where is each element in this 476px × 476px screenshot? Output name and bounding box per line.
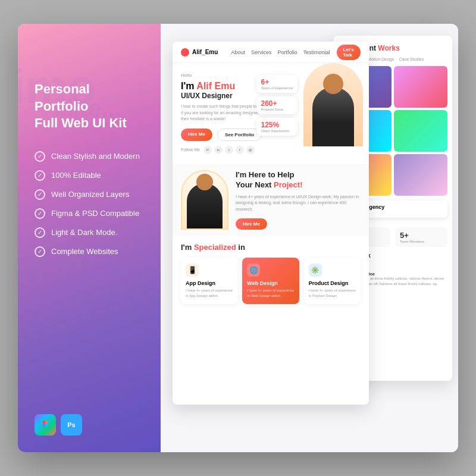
- about-desc: I have 4+ years of experience in UI/UX D…: [236, 194, 361, 213]
- about-hire-button[interactable]: Hire Me: [236, 218, 267, 230]
- check-icon: [35, 208, 45, 219]
- preview-area: Alif_Emu About Services Portfolio Testim…: [161, 24, 458, 452]
- figma-badge: [35, 414, 56, 436]
- instagram-icon[interactable]: @: [246, 146, 255, 154]
- services-title: I'm Specialized in: [181, 243, 361, 252]
- site-logo: Alif_Emu: [181, 48, 218, 57]
- team-members-stat: 5+ Team Members: [395, 227, 447, 247]
- stat-projects: 260+ Projects Done: [256, 96, 298, 114]
- site-nav: Alif_Emu About Services Portfolio Testim…: [173, 42, 369, 63]
- hire-button[interactable]: Hire Me: [181, 129, 212, 141]
- social-icons: P in t f @: [203, 146, 255, 154]
- check-icon: [35, 246, 45, 257]
- about-content: I'm Here to HelpYour Next Project! I hav…: [236, 170, 361, 230]
- website-preview: Alif_Emu About Services Portfolio Testim…: [173, 42, 369, 405]
- tool-badges: Ps: [35, 414, 144, 436]
- psd-badge: Ps: [61, 414, 82, 436]
- services-cards: 📱 App Design I have 4+ years of experien…: [181, 258, 361, 304]
- features-list: Clean Stylish and Modern 100% Editable W…: [35, 151, 144, 257]
- stats-badges: 6+ Years of Experience 260+ Projects Don…: [256, 75, 298, 136]
- hero-social: Follow Me P in t f @: [181, 146, 361, 154]
- hero-person-illustration: [303, 63, 363, 146]
- check-icon: [35, 151, 45, 162]
- feature-item: Light & Dark Mode.: [35, 227, 144, 238]
- pinterest-icon[interactable]: P: [203, 146, 212, 154]
- check-icon: [35, 189, 45, 200]
- check-icon: [35, 170, 45, 181]
- linkedin-icon[interactable]: in: [214, 146, 223, 154]
- feature-item: 100% Editable: [35, 170, 144, 181]
- web-design-icon: 🌐: [247, 264, 260, 277]
- about-person-illustration: [181, 170, 228, 230]
- product-design-card: ✳️ Product Design I have 4+ years of exp…: [304, 258, 361, 304]
- left-title-block: Personal Portfolio Full Web UI Kit Clean…: [35, 81, 144, 265]
- feature-item: Complete Websites: [35, 246, 144, 257]
- about-title: I'm Here to HelpYour Next Project!: [236, 170, 361, 190]
- portfolio-button[interactable]: See Portfolio: [217, 129, 262, 141]
- web-design-card: 🌐 Web Design I have 4+ years of experien…: [242, 258, 299, 304]
- product-design-icon: ✳️: [309, 264, 322, 277]
- feature-item: Figma & PSD Compatible: [35, 208, 144, 219]
- services-section: I'm Specialized in 📱 App Design I have 4…: [173, 236, 369, 311]
- facebook-icon[interactable]: f: [236, 146, 244, 154]
- feature-item: Clean Stylish and Modern: [35, 151, 144, 162]
- app-design-card: 📱 App Design I have 4+ years of experien…: [181, 258, 237, 304]
- right-panel: Alif_Emu About Services Portfolio Testim…: [161, 24, 458, 452]
- product-title: Personal Portfolio Full Web UI Kit: [35, 81, 144, 132]
- work-item[interactable]: [394, 154, 447, 196]
- logo-dot: [181, 48, 189, 57]
- stat-experience: 6+ Years of Experience: [256, 75, 298, 93]
- stat-satisfaction: 125% Client Satisfaction: [256, 118, 298, 136]
- work-item[interactable]: [394, 110, 447, 152]
- hero-desc: I love to create such things that people…: [181, 104, 264, 123]
- twitter-icon[interactable]: t: [225, 146, 233, 154]
- app-design-icon: 📱: [186, 264, 199, 277]
- about-section: I'm Here to HelpYour Next Project! I hav…: [173, 164, 369, 236]
- site-hero: Hello I'm Alif Emu UI/UX Designer I love…: [173, 63, 369, 164]
- work-item[interactable]: [394, 66, 447, 108]
- main-card: imo illite... Personal Portfolio Full We…: [18, 24, 458, 452]
- about-person-head: [196, 174, 213, 190]
- nav-links: About Services Portfolio Testimonial: [231, 49, 330, 55]
- testimonial-content: John Doe Admires all those finicky callo…: [356, 272, 447, 286]
- nav-cta-button[interactable]: Let's Talk: [337, 45, 361, 60]
- left-panel: imo illite... Personal Portfolio Full We…: [18, 24, 161, 452]
- feature-item: Well Organized Layers: [35, 189, 144, 200]
- check-icon: [35, 227, 45, 238]
